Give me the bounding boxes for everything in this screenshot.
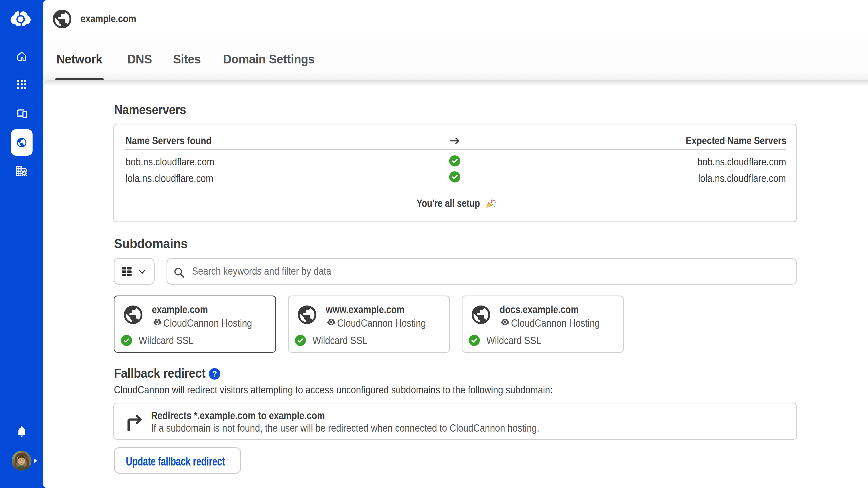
svg-text:?: ? bbox=[212, 369, 217, 378]
